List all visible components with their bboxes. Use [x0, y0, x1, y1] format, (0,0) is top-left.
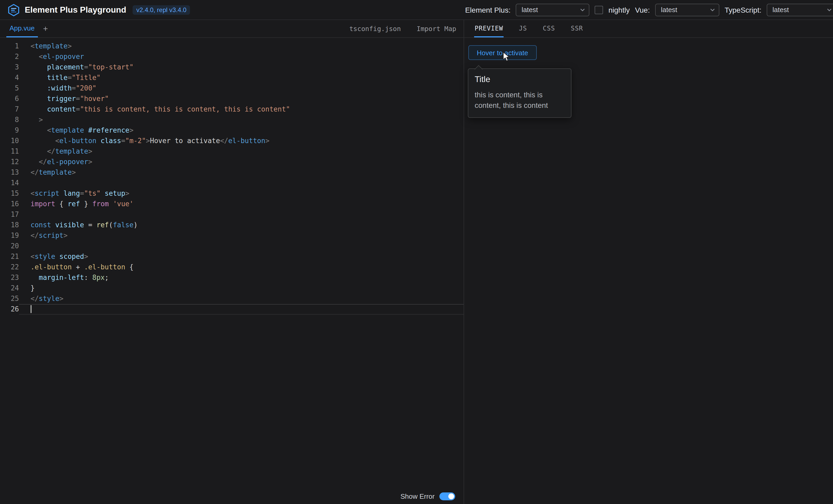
code-text: import { ref } from 'vue': [19, 199, 463, 209]
output-tab-ssr[interactable]: SSR: [570, 20, 583, 38]
code-editor[interactable]: 1<template>2 <el-popover3 placement="top…: [0, 38, 463, 504]
output-tab-css[interactable]: CSS: [542, 20, 555, 38]
vue-version-value: latest: [661, 6, 677, 14]
code-line-26[interactable]: 26: [0, 304, 463, 315]
code-line-14[interactable]: 14: [0, 178, 463, 188]
line-number: 16: [0, 199, 19, 209]
show-error-control: Show Error: [401, 493, 455, 500]
line-number: 13: [0, 167, 19, 178]
code-line-12[interactable]: 12 </el-popover>: [0, 157, 463, 167]
line-number: 24: [0, 283, 19, 293]
code-line-9[interactable]: 9 <template #reference>: [0, 125, 463, 136]
vue-label: Vue:: [635, 5, 650, 14]
popover-title: Title: [475, 75, 565, 84]
code-line-22[interactable]: 22.el-button + .el-button {: [0, 262, 463, 272]
code-text: </style>: [19, 293, 463, 304]
preview-area: Hover to activate Title this is content,…: [464, 38, 833, 504]
code-line-11[interactable]: 11 </template>: [0, 146, 463, 157]
code-line-10[interactable]: 10 <el-button class="m-2">Hover to activ…: [0, 136, 463, 146]
code-text: margin-left: 8px;: [19, 272, 463, 283]
code-line-24[interactable]: 24}: [0, 283, 463, 293]
output-tab-preview[interactable]: PREVIEW: [474, 20, 504, 38]
chevron-down-icon: [827, 7, 832, 13]
code-line-20[interactable]: 20: [0, 241, 463, 251]
toggle-knob: [448, 494, 454, 499]
line-number: 7: [0, 104, 19, 115]
output-tab-js[interactable]: JS: [518, 20, 527, 38]
code-line-18[interactable]: 18const visible = ref(false): [0, 220, 463, 231]
chevron-down-icon: [580, 7, 585, 13]
code-text: .el-button + .el-button {: [19, 262, 463, 272]
output-tabs: PREVIEWJSCSSSSR: [464, 20, 833, 38]
line-number: 9: [0, 125, 19, 136]
code-line-6[interactable]: 6 trigger="hover": [0, 94, 463, 104]
nightly-label: nightly: [608, 5, 629, 14]
code-line-3[interactable]: 3 placement="top-start": [0, 62, 463, 73]
code-line-21[interactable]: 21<style scoped>: [0, 251, 463, 262]
code-line-25[interactable]: 25</style>: [0, 293, 463, 304]
code-line-16[interactable]: 16import { ref } from 'vue': [0, 199, 463, 209]
code-text: trigger="hover": [19, 94, 463, 104]
main-split: App.vue + tsconfig.jsonImport Map 1<temp…: [0, 20, 833, 504]
version-badge: v2.4.0, repl v3.4.0: [133, 5, 190, 15]
file-tabs-bar: App.vue + tsconfig.jsonImport Map: [0, 20, 463, 38]
show-error-toggle[interactable]: [439, 493, 455, 500]
code-text: const visible = ref(false): [19, 220, 463, 231]
tab-app-vue[interactable]: App.vue: [6, 20, 38, 38]
code-text: [19, 209, 463, 220]
code-line-4[interactable]: 4 title="Title": [0, 73, 463, 83]
typescript-version-select[interactable]: latest: [767, 3, 833, 16]
vue-version-select[interactable]: latest: [655, 3, 719, 16]
code-line-15[interactable]: 15<script lang="ts" setup>: [0, 188, 463, 199]
code-text: <template #reference>: [19, 125, 463, 136]
line-number: 6: [0, 94, 19, 104]
line-number: 12: [0, 157, 19, 167]
code-line-19[interactable]: 19</script>: [0, 231, 463, 241]
code-text: </template>: [19, 167, 463, 178]
code-text: <el-button class="m-2">Hover to activate…: [19, 136, 463, 146]
line-number: 11: [0, 146, 19, 157]
code-text: [19, 178, 463, 188]
tab-tsconfig-json[interactable]: tsconfig.json: [350, 25, 401, 32]
show-error-label: Show Error: [401, 493, 435, 500]
code-text: [19, 241, 463, 251]
code-line-5[interactable]: 5 :width="200": [0, 83, 463, 94]
line-number: 10: [0, 136, 19, 146]
playground-window: Element Plus Playground v2.4.0, repl v3.…: [0, 0, 833, 504]
code-text: </script>: [19, 231, 463, 241]
element-plus-version-select[interactable]: latest: [516, 3, 589, 16]
code-line-1[interactable]: 1<template>: [0, 41, 463, 52]
popover-content: this is content, this is content, this i…: [475, 90, 565, 111]
nightly-checkbox[interactable]: [595, 5, 603, 14]
line-number: 3: [0, 62, 19, 73]
code-line-23[interactable]: 23 margin-left: 8px;: [0, 272, 463, 283]
code-line-17[interactable]: 17: [0, 209, 463, 220]
line-number: 19: [0, 231, 19, 241]
code-text: <script lang="ts" setup>: [19, 188, 463, 199]
code-text: <style scoped>: [19, 251, 463, 262]
header-controls: Element Plus: latest nightly Vue: latest…: [465, 3, 833, 16]
file-tabs-right: tsconfig.jsonImport Map: [350, 20, 463, 38]
line-number: 21: [0, 251, 19, 262]
code-line-13[interactable]: 13</template>: [0, 167, 463, 178]
line-number: 5: [0, 83, 19, 94]
typescript-version-value: latest: [772, 6, 789, 14]
code-text: </el-popover>: [19, 157, 463, 167]
hover-to-activate-button[interactable]: Hover to activate: [468, 45, 537, 60]
line-number: 22: [0, 262, 19, 272]
line-number: 14: [0, 178, 19, 188]
code-text: title="Title": [19, 73, 463, 83]
code-line-8[interactable]: 8 >: [0, 115, 463, 125]
code-text: [19, 304, 463, 315]
popover-arrow: [474, 65, 482, 73]
element-plus-logo: [7, 3, 20, 16]
popover: Title this is content, this is content, …: [468, 68, 571, 118]
add-file-button[interactable]: +: [38, 20, 53, 38]
line-number: 17: [0, 209, 19, 220]
code-text: :width="200": [19, 83, 463, 94]
tab-import-map[interactable]: Import Map: [416, 25, 456, 32]
code-line-2[interactable]: 2 <el-popover: [0, 52, 463, 62]
code-text: >: [19, 115, 463, 125]
code-line-7[interactable]: 7 content="this is content, this is cont…: [0, 104, 463, 115]
header: Element Plus Playground v2.4.0, repl v3.…: [0, 0, 833, 20]
